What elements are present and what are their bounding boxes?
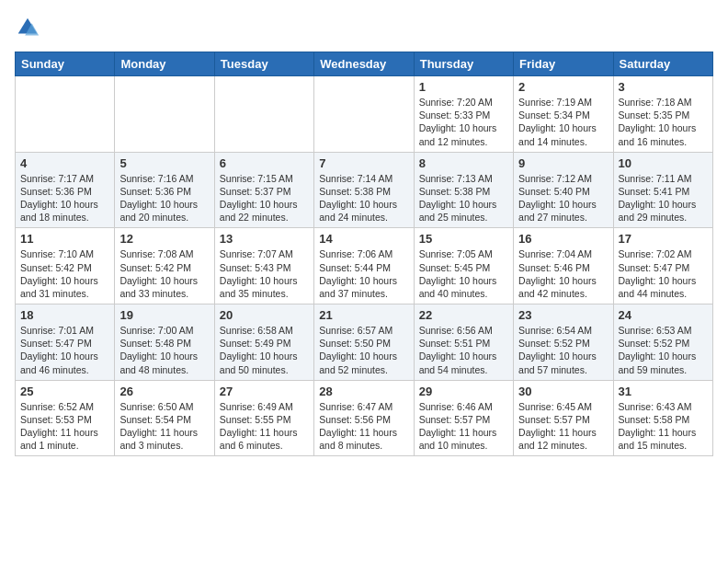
calendar-cell	[16, 76, 115, 153]
day-info: Sunrise: 7:08 AM Sunset: 5:42 PM Dayligh…	[119, 247, 209, 300]
calendar-cell: 20Sunrise: 6:58 AM Sunset: 5:49 PM Dayli…	[214, 304, 313, 381]
day-number: 10	[619, 156, 708, 170]
day-number: 22	[419, 308, 508, 322]
calendar-cell: 25Sunrise: 6:52 AM Sunset: 5:53 PM Dayli…	[16, 380, 115, 456]
calendar-cell: 26Sunrise: 6:50 AM Sunset: 5:54 PM Dayli…	[115, 380, 214, 456]
calendar-cell: 10Sunrise: 7:11 AM Sunset: 5:41 PM Dayli…	[613, 152, 712, 228]
day-info: Sunrise: 6:52 AM Sunset: 5:53 PM Dayligh…	[20, 400, 109, 453]
calendar-cell: 1Sunrise: 7:20 AM Sunset: 5:33 PM Daylig…	[414, 76, 513, 153]
calendar-cell: 29Sunrise: 6:46 AM Sunset: 5:57 PM Dayli…	[414, 380, 513, 456]
weekday-header-sunday: Sunday	[16, 52, 115, 76]
calendar-cell: 28Sunrise: 6:47 AM Sunset: 5:56 PM Dayli…	[314, 380, 414, 456]
calendar-cell: 22Sunrise: 6:56 AM Sunset: 5:51 PM Dayli…	[414, 304, 513, 381]
day-info: Sunrise: 7:16 AM Sunset: 5:36 PM Dayligh…	[119, 172, 209, 224]
day-number: 25	[20, 385, 109, 398]
day-info: Sunrise: 6:58 AM Sunset: 5:49 PM Dayligh…	[220, 324, 309, 376]
calendar-cell: 6Sunrise: 7:15 AM Sunset: 5:37 PM Daylig…	[214, 152, 313, 228]
day-number: 14	[319, 232, 408, 246]
calendar-cell: 9Sunrise: 7:12 AM Sunset: 5:40 PM Daylig…	[514, 152, 613, 228]
calendar-table: SundayMondayTuesdayWednesdayThursdayFrid…	[15, 52, 713, 456]
day-number: 9	[518, 156, 608, 170]
calendar-cell: 18Sunrise: 7:01 AM Sunset: 5:47 PM Dayli…	[16, 304, 115, 381]
day-info: Sunrise: 7:07 AM Sunset: 5:43 PM Dayligh…	[220, 247, 309, 300]
calendar-cell	[115, 76, 214, 153]
weekday-header-monday: Monday	[115, 52, 214, 76]
calendar-cell: 3Sunrise: 7:18 AM Sunset: 5:35 PM Daylig…	[613, 76, 712, 153]
calendar-cell: 27Sunrise: 6:49 AM Sunset: 5:55 PM Dayli…	[214, 380, 313, 456]
day-info: Sunrise: 6:53 AM Sunset: 5:52 PM Dayligh…	[619, 324, 708, 376]
day-info: Sunrise: 7:11 AM Sunset: 5:41 PM Dayligh…	[619, 172, 708, 224]
day-info: Sunrise: 7:18 AM Sunset: 5:35 PM Dayligh…	[619, 96, 708, 148]
day-number: 31	[619, 385, 708, 398]
calendar-cell: 8Sunrise: 7:13 AM Sunset: 5:38 PM Daylig…	[414, 152, 513, 228]
calendar-cell: 7Sunrise: 7:14 AM Sunset: 5:38 PM Daylig…	[314, 152, 414, 228]
day-number: 15	[419, 232, 508, 246]
day-number: 24	[619, 308, 708, 322]
day-number: 1	[419, 80, 508, 94]
day-info: Sunrise: 6:57 AM Sunset: 5:50 PM Dayligh…	[319, 324, 408, 376]
day-number: 6	[220, 156, 309, 170]
page-header	[15, 15, 713, 40]
day-number: 30	[518, 385, 608, 398]
day-number: 3	[619, 80, 708, 94]
calendar-week-5: 25Sunrise: 6:52 AM Sunset: 5:53 PM Dayli…	[16, 380, 713, 456]
day-info: Sunrise: 6:47 AM Sunset: 5:56 PM Dayligh…	[319, 400, 408, 453]
day-number: 29	[419, 385, 508, 398]
day-number: 28	[319, 385, 408, 398]
day-number: 18	[20, 308, 109, 322]
day-info: Sunrise: 7:20 AM Sunset: 5:33 PM Dayligh…	[419, 96, 508, 148]
calendar-week-1: 1Sunrise: 7:20 AM Sunset: 5:33 PM Daylig…	[16, 76, 713, 153]
calendar-cell: 15Sunrise: 7:05 AM Sunset: 5:45 PM Dayli…	[414, 228, 513, 304]
day-number: 26	[119, 385, 209, 398]
weekday-header-row: SundayMondayTuesdayWednesdayThursdayFrid…	[16, 52, 713, 76]
day-number: 19	[119, 308, 209, 322]
logo	[15, 15, 44, 40]
day-info: Sunrise: 7:02 AM Sunset: 5:47 PM Dayligh…	[619, 247, 708, 300]
day-info: Sunrise: 7:15 AM Sunset: 5:37 PM Dayligh…	[220, 172, 309, 224]
day-info: Sunrise: 6:46 AM Sunset: 5:57 PM Dayligh…	[419, 400, 508, 453]
day-info: Sunrise: 7:06 AM Sunset: 5:44 PM Dayligh…	[319, 247, 408, 300]
day-info: Sunrise: 7:10 AM Sunset: 5:42 PM Dayligh…	[20, 247, 109, 300]
calendar-cell: 5Sunrise: 7:16 AM Sunset: 5:36 PM Daylig…	[115, 152, 214, 228]
calendar-cell: 14Sunrise: 7:06 AM Sunset: 5:44 PM Dayli…	[314, 228, 414, 304]
weekday-header-thursday: Thursday	[414, 52, 513, 76]
day-info: Sunrise: 7:00 AM Sunset: 5:48 PM Dayligh…	[119, 324, 209, 376]
calendar-cell: 16Sunrise: 7:04 AM Sunset: 5:46 PM Dayli…	[514, 228, 613, 304]
day-number: 5	[119, 156, 209, 170]
calendar-week-4: 18Sunrise: 7:01 AM Sunset: 5:47 PM Dayli…	[16, 304, 713, 381]
day-number: 13	[220, 232, 309, 246]
calendar-week-2: 4Sunrise: 7:17 AM Sunset: 5:36 PM Daylig…	[16, 152, 713, 228]
calendar-cell: 23Sunrise: 6:54 AM Sunset: 5:52 PM Dayli…	[514, 304, 613, 381]
day-info: Sunrise: 7:19 AM Sunset: 5:34 PM Dayligh…	[518, 96, 608, 148]
calendar-cell: 17Sunrise: 7:02 AM Sunset: 5:47 PM Dayli…	[613, 228, 712, 304]
day-number: 7	[319, 156, 408, 170]
day-number: 16	[518, 232, 608, 246]
day-number: 4	[20, 156, 109, 170]
calendar-cell	[314, 76, 414, 153]
day-info: Sunrise: 6:54 AM Sunset: 5:52 PM Dayligh…	[518, 324, 608, 376]
calendar-cell	[214, 76, 313, 153]
day-info: Sunrise: 7:05 AM Sunset: 5:45 PM Dayligh…	[419, 247, 508, 300]
day-info: Sunrise: 7:13 AM Sunset: 5:38 PM Dayligh…	[419, 172, 508, 224]
calendar-cell: 19Sunrise: 7:00 AM Sunset: 5:48 PM Dayli…	[115, 304, 214, 381]
calendar-cell: 12Sunrise: 7:08 AM Sunset: 5:42 PM Dayli…	[115, 228, 214, 304]
day-info: Sunrise: 7:12 AM Sunset: 5:40 PM Dayligh…	[518, 172, 608, 224]
calendar-cell: 13Sunrise: 7:07 AM Sunset: 5:43 PM Dayli…	[214, 228, 313, 304]
day-info: Sunrise: 6:56 AM Sunset: 5:51 PM Dayligh…	[419, 324, 508, 376]
day-number: 23	[518, 308, 608, 322]
day-number: 27	[220, 385, 309, 398]
weekday-header-saturday: Saturday	[613, 52, 712, 76]
weekday-header-friday: Friday	[514, 52, 613, 76]
day-info: Sunrise: 7:01 AM Sunset: 5:47 PM Dayligh…	[20, 324, 109, 376]
day-number: 20	[220, 308, 309, 322]
calendar-cell: 24Sunrise: 6:53 AM Sunset: 5:52 PM Dayli…	[613, 304, 712, 381]
day-info: Sunrise: 6:50 AM Sunset: 5:54 PM Dayligh…	[119, 400, 209, 453]
day-info: Sunrise: 6:43 AM Sunset: 5:58 PM Dayligh…	[619, 400, 708, 453]
day-number: 17	[619, 232, 708, 246]
day-number: 11	[20, 232, 109, 246]
calendar-cell: 31Sunrise: 6:43 AM Sunset: 5:58 PM Dayli…	[613, 380, 712, 456]
calendar-cell: 21Sunrise: 6:57 AM Sunset: 5:50 PM Dayli…	[314, 304, 414, 381]
day-info: Sunrise: 7:17 AM Sunset: 5:36 PM Dayligh…	[20, 172, 109, 224]
day-number: 21	[319, 308, 408, 322]
calendar-cell: 30Sunrise: 6:45 AM Sunset: 5:57 PM Dayli…	[514, 380, 613, 456]
